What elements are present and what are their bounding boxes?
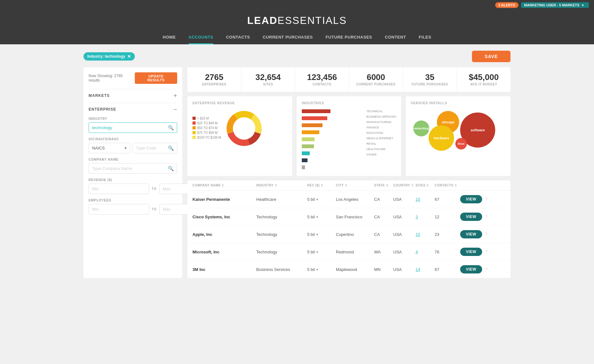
th-sites: SITES⇅ (416, 184, 435, 187)
sic-code-wrap: 🔍 (133, 143, 177, 153)
info-icon-4[interactable]: ? (485, 267, 487, 272)
nav-current-purchases[interactable]: CURRENT PURCHASES (263, 31, 313, 44)
markets-title: MARKETS (89, 93, 110, 98)
info-icon-3[interactable]: ? (485, 249, 487, 254)
stat-contacts: 123,456 CONTACTS (295, 67, 349, 92)
stat-sites-label: SITES (246, 83, 290, 86)
stat-future-purchases-num: 35 (408, 73, 452, 81)
filter-bar: Industry: technology ✕ SAVE (83, 51, 511, 62)
td-sites-2[interactable]: 15 (416, 232, 435, 237)
td-rev-4: 5 bil + (307, 267, 336, 272)
table-row: Cisco Systems, Inc Technology 5 bil + Sa… (187, 208, 511, 226)
active-filter-tag[interactable]: Industry: technology ✕ (83, 52, 135, 61)
logo: LEADESSENTIALS (0, 15, 594, 26)
td-city-2: Cupertino (336, 232, 374, 237)
td-state-1: CA (374, 215, 393, 219)
industry-bars (302, 109, 363, 171)
user-menu[interactable]: MARKETING USER - 5 MARKETS ▼ (521, 2, 589, 8)
td-action-2: VIEW ? (460, 230, 492, 238)
table-row: 3M Inc Business Services 5 bil + Maplewo… (187, 261, 511, 278)
industry-input[interactable] (89, 122, 177, 133)
revenue-to-label: TO (152, 187, 157, 191)
markets-expand-icon[interactable]: + (173, 92, 177, 99)
td-sites-0[interactable]: 15 (416, 197, 435, 202)
installs-chart-title: VERIFIED INSTALLS (411, 101, 505, 105)
employees-min-input[interactable] (89, 204, 149, 215)
two-col-layout: Now Showing: 2765 results UPDATE RESULTS… (83, 67, 511, 278)
nav-future-purchases[interactable]: FUTURE PURCHASES (326, 31, 372, 44)
installs-chart: VERIFIED INSTALLS software storage hardw… (406, 96, 511, 176)
view-button-0[interactable]: VIEW (460, 195, 482, 203)
view-button-3[interactable]: VIEW (460, 248, 482, 256)
td-sites-3[interactable]: 4 (416, 250, 435, 254)
employees-range-row: TO (89, 204, 177, 215)
th-action (460, 184, 492, 187)
save-button[interactable]: SAVE (472, 51, 511, 62)
main-nav: HOME ACCOUNTS CONTACTS CURRENT PURCHASES… (0, 31, 594, 44)
td-action-1: VIEW ? (460, 213, 492, 221)
stat-current-purchases-label: CURRENT PURCHASES (354, 83, 398, 86)
stat-future-purchases-label: FUTURE PURCHASES (408, 83, 452, 86)
sidebar: Now Showing: 2765 results UPDATE RESULTS… (83, 67, 182, 278)
td-action-3: VIEW ? (460, 248, 492, 256)
td-industry-3: Technology (256, 250, 307, 254)
update-results-button[interactable]: UPDATE RESULTS (135, 72, 177, 84)
td-company-1: Cisco Systems, Inc (192, 215, 256, 219)
td-state-3: WA (374, 250, 393, 254)
enterprise-collapse-icon[interactable]: − (173, 106, 177, 113)
td-industry-1: Technology (256, 215, 307, 219)
td-contacts-2: 23 (435, 232, 460, 237)
industries-chart-title: INDUSTRIES (302, 101, 396, 105)
stats-row: 2765 ENTERPRISES 32,654 SITES 123,456 CO… (187, 67, 511, 92)
donut-chart-svg (225, 109, 263, 148)
svg-point-5 (233, 117, 255, 140)
td-state-0: CA (374, 197, 393, 202)
view-button-1[interactable]: VIEW (460, 213, 482, 221)
td-city-3: Redmond (336, 250, 374, 254)
stat-sites: 32,654 SITES (241, 67, 295, 92)
company-name-input[interactable] (89, 163, 177, 174)
sic-type-select[interactable]: NAICS SIC NASC (89, 143, 130, 153)
alerts-badge[interactable]: 3 ALERTS (495, 2, 518, 8)
donut-container: < $25 M $25 TO $49 M $50 TO $74 M $75 TO… (192, 109, 287, 148)
enterprise-title: ENTERPRISE (89, 107, 116, 112)
nav-home[interactable]: HOME (163, 31, 176, 44)
bubble-networking: networking (413, 120, 429, 136)
showing-text: Now Showing: 2765 results (89, 74, 135, 83)
td-company-4: 3M Inc (192, 267, 256, 272)
close-filter-icon[interactable]: ✕ (127, 54, 131, 59)
nav-content[interactable]: CONTENT (385, 31, 406, 44)
nav-accounts[interactable]: ACCOUNTS (189, 31, 214, 44)
td-country-3: USA (393, 250, 416, 254)
sic-code-search-icon: 🔍 (168, 145, 174, 151)
stat-future-purchases: 35 FUTURE PURCHASES (403, 67, 457, 92)
info-icon-0[interactable]: ? (485, 197, 487, 201)
td-country-0: USA (393, 197, 416, 202)
revenue-chart: ENTERPRISE REVENUE < $25 M $25 TO $49 M … (187, 96, 292, 176)
td-sites-1[interactable]: 3 (416, 215, 435, 219)
td-rev-2: 5 bil + (307, 232, 336, 237)
stat-current-purchases: 6000 CURRENT PURCHASES (349, 67, 403, 92)
results-table: COMPANY NAME⇅ INDUSTRY⇅ REV ($)⇅ CITY⇅ S… (187, 180, 511, 278)
company-field-label: COMPANY NAME (89, 158, 177, 161)
nav-files[interactable]: FILES (419, 31, 431, 44)
td-country-2: USA (393, 232, 416, 237)
bubble-container: software storage hardware networking lin… (411, 109, 505, 154)
stat-enterprises-num: 2765 (192, 73, 236, 81)
info-icon-2[interactable]: ? (485, 232, 487, 237)
bubble-linux: linux (455, 138, 467, 149)
stat-enterprises: 2765 ENTERPRISES (187, 67, 241, 92)
td-company-2: Apple, Inc (192, 232, 256, 237)
sic-row: NAICS SIC NASC ▼ 🔍 (89, 143, 177, 153)
td-sites-4[interactable]: 14 (416, 267, 435, 272)
revenue-min-input[interactable] (89, 184, 149, 194)
info-icon-1[interactable]: ? (485, 214, 487, 219)
nav-contacts[interactable]: CONTACTS (226, 31, 250, 44)
employees-to-label: TO (152, 207, 157, 211)
markets-section-header: MARKETS + (89, 92, 177, 99)
stat-contacts-label: CONTACTS (300, 83, 344, 86)
view-button-2[interactable]: VIEW (460, 230, 482, 238)
industry-search-icon: 🔍 (168, 125, 174, 131)
view-button-4[interactable]: VIEW (460, 265, 482, 273)
td-contacts-4: 67 (435, 267, 460, 272)
